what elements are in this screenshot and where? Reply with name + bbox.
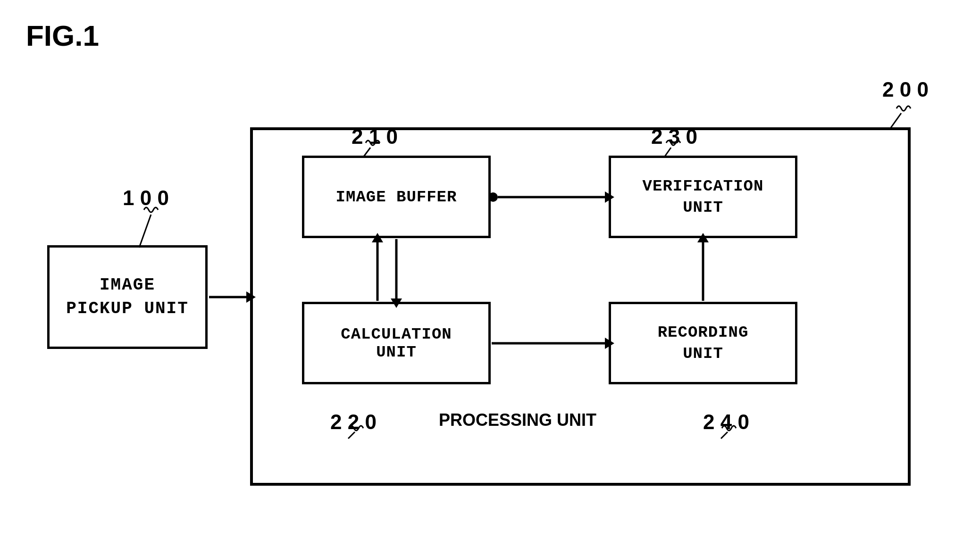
image-pickup-unit-label: IMAGEPICKUP UNIT	[66, 274, 189, 321]
processing-unit-label: PROCESSING UNIT	[439, 410, 596, 430]
label-200: 2 0 0	[882, 78, 929, 101]
verification-unit-box: VERIFICATIONUNIT	[609, 156, 797, 238]
figure-label: FIG.1	[26, 19, 99, 52]
image-pickup-unit-box: IMAGEPICKUP UNIT	[47, 245, 208, 349]
diagram-container: FIG.1 1 0 0 IMAGEPICKUP UNIT 2 0 0 IMAGE…	[0, 0, 980, 547]
label-210: 2 1 0	[352, 125, 398, 149]
recording-unit-box: RECORDINGUNIT	[609, 302, 797, 384]
calculation-unit-box: CALCULATIONUNIT	[302, 302, 491, 384]
label-240: 2 4 0	[703, 410, 749, 434]
verification-unit-label: VERIFICATIONUNIT	[643, 176, 764, 217]
label-100: 1 0 0	[123, 186, 169, 210]
label-230: 2 3 0	[651, 125, 697, 149]
recording-unit-label: RECORDINGUNIT	[658, 322, 749, 364]
label-220: 2 2 0	[330, 410, 377, 434]
squiggle-100-line	[139, 215, 151, 248]
image-buffer-label: IMAGE BUFFER	[336, 188, 457, 206]
calculation-unit-label: CALCULATIONUNIT	[341, 325, 452, 361]
image-buffer-box: IMAGE BUFFER	[302, 156, 491, 238]
squiggle-200	[896, 106, 911, 111]
